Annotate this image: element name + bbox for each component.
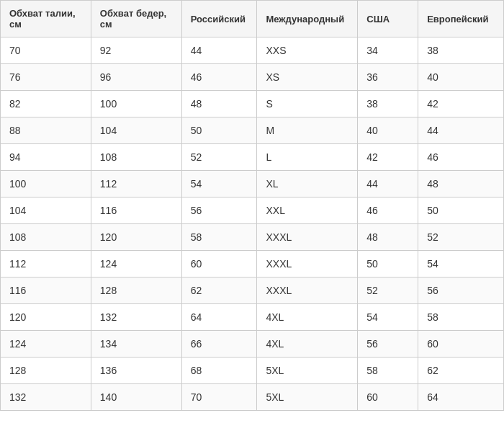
table-cell: XS	[257, 64, 358, 91]
table-cell: 124	[91, 251, 181, 278]
table-cell: 40	[418, 64, 504, 91]
table-row: 709244XXS3438	[1, 37, 504, 64]
table-cell: 108	[1, 224, 91, 251]
table-cell: 132	[91, 304, 181, 331]
table-cell: 92	[91, 37, 181, 64]
table-cell: 112	[91, 171, 181, 197]
table-row: 8210048S3842	[1, 91, 504, 117]
table-row: 10812058XXXL4852	[1, 224, 504, 251]
table-cell: 46	[418, 144, 504, 171]
table-cell: 52	[181, 144, 257, 171]
table-cell: 100	[1, 171, 91, 197]
table-cell: 38	[358, 91, 418, 117]
table-cell: 38	[418, 37, 504, 64]
table-cell: M	[257, 117, 358, 144]
table-cell: 100	[91, 91, 181, 117]
table-header-row: Обхват талии, см Обхват бедер, см Россий…	[1, 1, 504, 37]
table-cell: 5XL	[257, 358, 358, 384]
table-cell: 52	[358, 278, 418, 304]
table-cell: 94	[1, 144, 91, 171]
table-cell: 48	[358, 224, 418, 251]
table-row: 124134664XL5660	[1, 331, 504, 358]
table-row: 128136685XL5862	[1, 358, 504, 384]
table-cell: 88	[1, 117, 91, 144]
table-cell: XXXL	[257, 251, 358, 278]
table-cell: S	[257, 91, 358, 117]
table-cell: 44	[418, 117, 504, 144]
table-cell: 44	[181, 37, 257, 64]
table-cell: 64	[181, 304, 257, 331]
table-cell: 116	[91, 197, 181, 224]
table-cell: 36	[358, 64, 418, 91]
size-chart-container: Обхват талии, см Обхват бедер, см Россий…	[0, 0, 504, 411]
table-cell: 112	[1, 251, 91, 278]
table-cell: 42	[418, 91, 504, 117]
table-cell: 124	[1, 331, 91, 358]
table-cell: 4XL	[257, 304, 358, 331]
table-row: 8810450M4044	[1, 117, 504, 144]
table-cell: 34	[358, 37, 418, 64]
table-cell: XL	[257, 171, 358, 197]
table-cell: 46	[181, 64, 257, 91]
header-european: Европейский	[418, 1, 504, 37]
size-chart-table: Обхват талии, см Обхват бедер, см Россий…	[0, 0, 504, 411]
table-row: 10011254XL4448	[1, 171, 504, 197]
table-cell: 70	[1, 37, 91, 64]
table-cell: 116	[1, 278, 91, 304]
header-hips: Обхват бедер, см	[91, 1, 181, 37]
table-cell: 128	[91, 278, 181, 304]
table-cell: 120	[1, 304, 91, 331]
table-cell: 52	[418, 224, 504, 251]
table-row: 769646XS3640	[1, 64, 504, 91]
table-cell: 134	[91, 331, 181, 358]
table-cell: 104	[91, 117, 181, 144]
table-cell: 50	[181, 117, 257, 144]
table-cell: 44	[358, 171, 418, 197]
table-cell: 40	[358, 117, 418, 144]
table-cell: XXXL	[257, 278, 358, 304]
table-cell: 82	[1, 91, 91, 117]
table-cell: 96	[91, 64, 181, 91]
header-usa: США	[358, 1, 418, 37]
table-row: 11212460XXXL5054	[1, 251, 504, 278]
table-cell: 48	[418, 171, 504, 197]
table-cell: 54	[181, 171, 257, 197]
table-row: 132140705XL6064	[1, 384, 504, 411]
table-cell: XXS	[257, 37, 358, 64]
header-international: Международный	[257, 1, 358, 37]
table-cell: 62	[418, 358, 504, 384]
table-cell: 58	[181, 224, 257, 251]
table-cell: 132	[1, 384, 91, 411]
table-cell: 64	[418, 384, 504, 411]
table-cell: 60	[358, 384, 418, 411]
table-cell: 46	[358, 197, 418, 224]
table-cell: XXXL	[257, 224, 358, 251]
table-cell: 50	[418, 197, 504, 224]
table-cell: 54	[418, 251, 504, 278]
table-cell: 54	[358, 304, 418, 331]
table-row: 9410852L4246	[1, 144, 504, 171]
table-cell: 4XL	[257, 331, 358, 358]
table-cell: 62	[181, 278, 257, 304]
table-cell: 56	[418, 278, 504, 304]
table-cell: 108	[91, 144, 181, 171]
table-cell: 140	[91, 384, 181, 411]
table-cell: 68	[181, 358, 257, 384]
table-cell: 50	[358, 251, 418, 278]
table-cell: 42	[358, 144, 418, 171]
table-cell: 76	[1, 64, 91, 91]
table-cell: 58	[358, 358, 418, 384]
table-cell: 56	[181, 197, 257, 224]
table-cell: L	[257, 144, 358, 171]
table-row: 120132644XL5458	[1, 304, 504, 331]
table-cell: 5XL	[257, 384, 358, 411]
table-row: 10411656XXL4650	[1, 197, 504, 224]
table-cell: 128	[1, 358, 91, 384]
table-cell: 60	[181, 251, 257, 278]
table-cell: 60	[418, 331, 504, 358]
header-russian: Российский	[181, 1, 257, 37]
header-waist: Обхват талии, см	[1, 1, 91, 37]
table-cell: 48	[181, 91, 257, 117]
table-cell: 56	[358, 331, 418, 358]
table-cell: 136	[91, 358, 181, 384]
